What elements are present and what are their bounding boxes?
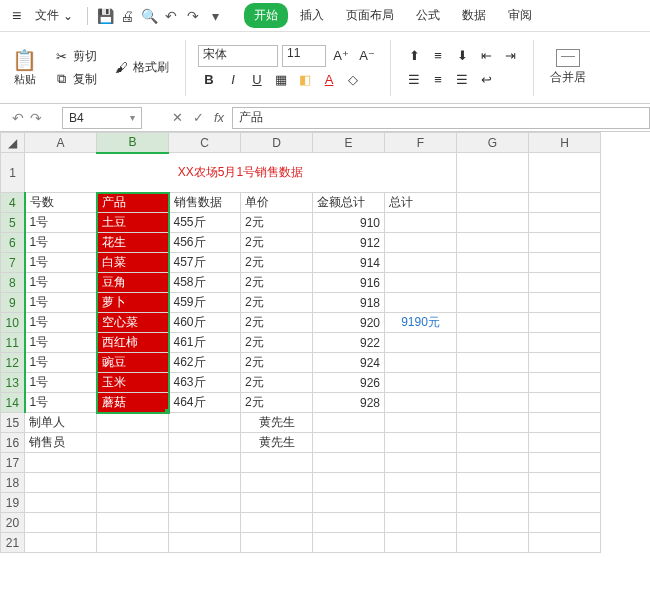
save-icon[interactable]: 💾: [96, 8, 114, 24]
cell[interactable]: [529, 413, 601, 433]
col-header[interactable]: F: [385, 133, 457, 153]
col-header[interactable]: B: [97, 133, 169, 153]
cell[interactable]: [385, 433, 457, 453]
row-header[interactable]: 1: [1, 153, 25, 193]
cell[interactable]: 461斤: [169, 333, 241, 353]
cell[interactable]: 2元: [241, 273, 313, 293]
cell[interactable]: 1号: [25, 293, 97, 313]
cell[interactable]: [457, 333, 529, 353]
tab-data[interactable]: 数据: [452, 3, 496, 28]
cell[interactable]: [169, 433, 241, 453]
align-top-icon[interactable]: ⬆: [403, 45, 425, 67]
cell[interactable]: 1号: [25, 373, 97, 393]
preview-icon[interactable]: 🔍: [140, 8, 158, 24]
row-header[interactable]: 21: [1, 533, 25, 553]
select-all-corner[interactable]: ◢: [1, 133, 25, 153]
cell[interactable]: 916: [313, 273, 385, 293]
row-header[interactable]: 9: [1, 293, 25, 313]
cell[interactable]: [385, 273, 457, 293]
cell[interactable]: 黄先生: [241, 433, 313, 453]
cell-selected[interactable]: 产品: [97, 193, 169, 213]
cell[interactable]: [385, 233, 457, 253]
cell[interactable]: 1号: [25, 353, 97, 373]
cell[interactable]: [457, 293, 529, 313]
cell[interactable]: [529, 253, 601, 273]
cell[interactable]: 1号: [25, 313, 97, 333]
cell[interactable]: 914: [313, 253, 385, 273]
cell[interactable]: [97, 413, 169, 433]
col-header[interactable]: D: [241, 133, 313, 153]
cell[interactable]: 2元: [241, 393, 313, 413]
tab-insert[interactable]: 插入: [290, 3, 334, 28]
cell-selected[interactable]: 豆角: [97, 273, 169, 293]
cell[interactable]: 黄先生: [241, 413, 313, 433]
cut-button[interactable]: ✂剪切: [49, 46, 101, 67]
cell[interactable]: 910: [313, 213, 385, 233]
cell[interactable]: 1号: [25, 233, 97, 253]
align-bottom-icon[interactable]: ⬇: [451, 45, 473, 67]
cell[interactable]: [529, 293, 601, 313]
cell[interactable]: [457, 353, 529, 373]
cell[interactable]: 1号: [25, 273, 97, 293]
increase-font-icon[interactable]: A⁺: [330, 45, 352, 67]
cell-selected[interactable]: 玉米: [97, 373, 169, 393]
cell[interactable]: [457, 233, 529, 253]
clear-format-button[interactable]: ◇: [342, 69, 364, 91]
cell[interactable]: [385, 333, 457, 353]
cell-selected[interactable]: 西红柿: [97, 333, 169, 353]
align-left-icon[interactable]: ☰: [403, 69, 425, 91]
row-header[interactable]: 19: [1, 493, 25, 513]
row-header[interactable]: 18: [1, 473, 25, 493]
cell[interactable]: [529, 233, 601, 253]
tab-review[interactable]: 审阅: [498, 3, 542, 28]
cell[interactable]: [97, 433, 169, 453]
cell[interactable]: [385, 413, 457, 433]
indent-decrease-icon[interactable]: ⇤: [475, 45, 497, 67]
cell[interactable]: [457, 193, 529, 213]
cell[interactable]: [457, 393, 529, 413]
confirm-icon[interactable]: ✓: [193, 110, 204, 125]
tab-home[interactable]: 开始: [244, 3, 288, 28]
fx-icon[interactable]: fx: [214, 110, 224, 125]
menu-icon[interactable]: ≡: [8, 5, 25, 27]
cell[interactable]: [385, 213, 457, 233]
cell[interactable]: 2元: [241, 253, 313, 273]
cell[interactable]: 单价: [241, 193, 313, 213]
italic-button[interactable]: I: [222, 69, 244, 91]
border-button[interactable]: ▦: [270, 69, 292, 91]
cell[interactable]: 销售员: [25, 433, 97, 453]
cell[interactable]: [457, 373, 529, 393]
file-menu[interactable]: 文件 ⌄: [29, 5, 79, 26]
row-header[interactable]: 10: [1, 313, 25, 333]
row-header[interactable]: 7: [1, 253, 25, 273]
row-header[interactable]: 17: [1, 453, 25, 473]
cell[interactable]: 918: [313, 293, 385, 313]
cell[interactable]: [529, 193, 601, 213]
tab-formula[interactable]: 公式: [406, 3, 450, 28]
fill-color-button[interactable]: ◧: [294, 69, 316, 91]
col-header[interactable]: E: [313, 133, 385, 153]
font-size-select[interactable]: 11: [282, 45, 326, 67]
cell[interactable]: 2元: [241, 313, 313, 333]
font-color-button[interactable]: A: [318, 69, 340, 91]
cell[interactable]: [457, 253, 529, 273]
cell-selected[interactable]: 萝卜: [97, 293, 169, 313]
total-cell[interactable]: 9190元: [385, 313, 457, 333]
row-header[interactable]: 6: [1, 233, 25, 253]
redo2-icon[interactable]: ↷: [30, 110, 42, 126]
row-header[interactable]: 12: [1, 353, 25, 373]
cell[interactable]: [529, 153, 601, 193]
cell[interactable]: [529, 213, 601, 233]
cell[interactable]: 924: [313, 353, 385, 373]
cell[interactable]: 458斤: [169, 273, 241, 293]
cell[interactable]: [529, 373, 601, 393]
row-header[interactable]: 14: [1, 393, 25, 413]
cell[interactable]: [313, 433, 385, 453]
cell-selected[interactable]: 白菜: [97, 253, 169, 273]
align-right-icon[interactable]: ☰: [451, 69, 473, 91]
font-name-select[interactable]: 宋体: [198, 45, 278, 67]
cell-selected[interactable]: 土豆: [97, 213, 169, 233]
cell[interactable]: [529, 393, 601, 413]
undo-icon[interactable]: ↶: [162, 8, 180, 24]
cell[interactable]: 462斤: [169, 353, 241, 373]
